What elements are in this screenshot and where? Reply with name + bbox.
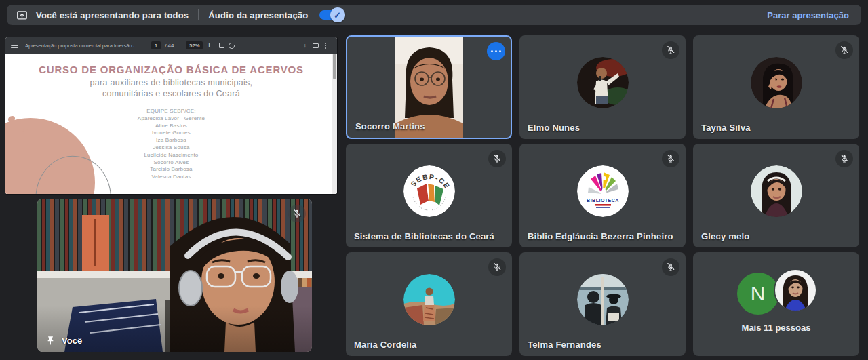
overflow-count-label: Mais 11 pessoas	[693, 323, 859, 333]
tayna-silva-avatar	[751, 57, 802, 108]
participant-tile-telma-fernandes[interactable]: Telma Fernandes	[519, 252, 686, 356]
svg-text:BIBLIOTECA: BIBLIOTECA	[587, 198, 619, 203]
mic-muted-icon	[488, 258, 506, 276]
mic-muted-icon	[835, 150, 853, 167]
fit-page-icon[interactable]	[219, 43, 224, 48]
self-name: Você	[62, 336, 82, 346]
self-view-label: Você	[45, 336, 82, 346]
zoom-level-value: 52%	[186, 41, 203, 49]
overflow-avatars: N	[737, 273, 816, 315]
overflow-participants-tile[interactable]: N Mais 11 pessoas	[693, 252, 859, 356]
presentation-top-bar: Você está apresentando para todos Áudio …	[7, 5, 861, 25]
zoom-out-button[interactable]: −	[178, 42, 182, 49]
sebp-ce-logo: SEBP-CE	[403, 165, 455, 217]
zoom-in-button[interactable]: +	[207, 42, 211, 49]
self-view-tile[interactable]: Você	[37, 199, 312, 352]
slide-title: CURSO DE ORGANIZAÇÃO BÁSICA DE ACERVOS	[5, 64, 337, 75]
shared-presentation-window: Apresentação proposta comercial para ime…	[5, 37, 337, 194]
page-number-input[interactable]: 1	[151, 41, 161, 49]
rotate-icon[interactable]	[227, 41, 236, 50]
pdf-scrollbar-thumb[interactable]	[333, 54, 336, 79]
mic-muted-icon	[662, 150, 679, 167]
participant-name: Tayná Silva	[701, 123, 751, 133]
team-member: Aparecida Lavor - Gerente	[5, 115, 337, 123]
divider	[198, 9, 199, 20]
self-mic-muted-icon	[288, 205, 306, 222]
pdf-scrollbar[interactable]	[332, 54, 337, 194]
pdf-document-title: Apresentação proposta comercial para ime…	[25, 43, 134, 49]
download-icon[interactable]: ↓	[304, 42, 307, 49]
slide-subtitle-line2: comunitárias e escolares do Ceará	[5, 88, 337, 99]
print-icon[interactable]	[313, 43, 319, 48]
participant-tile-socorro-martins[interactable]: Socorro Martins	[346, 35, 512, 139]
stop-presenting-button[interactable]: Parar apresentação	[767, 10, 849, 20]
participant-name: Socorro Martins	[355, 121, 425, 132]
participant-tile-elmo-nunes[interactable]: Elmo Nunes	[519, 35, 686, 139]
pdf-viewer-toolbar: Apresentação proposta comercial para ime…	[5, 37, 337, 54]
slide-subtitle: para auxiliares de bibliotecas municipai…	[5, 77, 337, 99]
presentation-audio-label: Áudio da apresentação	[208, 10, 308, 20]
participant-name: Sistema de Bibliotecas do Ceará	[354, 231, 494, 241]
pdf-toolbar-right-actions: ↓	[304, 42, 327, 49]
team-heading: EQUIPE SEBP/CE:	[5, 108, 337, 115]
menu-icon[interactable]	[11, 43, 18, 49]
maria-cordelia-avatar	[403, 274, 455, 325]
mic-muted-icon	[488, 150, 506, 167]
participant-name: Biblio Edgláucia Bezerra Pinheiro	[528, 231, 673, 241]
pdf-page-zoom-controls: 1 / 44 − 52% +	[151, 41, 235, 49]
participant-name: Telma Fernandes	[528, 340, 601, 350]
telma-fernandes-avatar	[577, 274, 629, 325]
presentation-audio-toggle[interactable]: ✓	[319, 10, 342, 20]
participants-grid: Socorro Martins Elmo Nunes	[346, 35, 859, 356]
participant-tile-maria-cordelia[interactable]: Maria Cordelia	[346, 252, 512, 356]
more-options-icon[interactable]	[325, 43, 326, 49]
mic-muted-icon	[662, 258, 679, 276]
slide-subtitle-line1: para auxiliares de bibliotecas municipai…	[5, 77, 337, 88]
toggle-check-icon: ✓	[330, 7, 345, 22]
glecy-melo-avatar	[751, 165, 802, 217]
overflow-letter-avatar: N	[737, 273, 779, 315]
biblioteca-logo: BIBLIOTECA	[577, 165, 629, 217]
elmo-nunes-avatar	[577, 57, 629, 108]
participant-tile-sistema-bibliotecas[interactable]: SEBP-CE Sistema de Bibliotecas do Ceará	[346, 144, 512, 247]
present-to-all-icon	[16, 9, 28, 21]
overflow-photo-avatar	[775, 270, 816, 311]
participant-name: Glecy melo	[701, 231, 749, 241]
pin-icon	[45, 336, 56, 346]
participant-tile-tayna-silva[interactable]: Tayná Silva	[693, 35, 859, 139]
slide-decorative-line-right	[295, 123, 326, 123]
presenting-status-text: Você está apresentando para todos	[36, 10, 189, 20]
tile-options-button[interactable]	[487, 42, 505, 60]
slide-page: CURSO DE ORGANIZAÇÃO BÁSICA DE ACERVOS p…	[5, 54, 337, 194]
mic-muted-icon	[835, 41, 853, 59]
participant-name: Maria Cordelia	[354, 340, 416, 350]
page-total-label: / 44	[165, 43, 174, 49]
participant-name: Elmo Nunes	[528, 123, 580, 133]
self-webcam-scene	[37, 199, 312, 352]
participant-tile-glecy-melo[interactable]: Glecy melo	[693, 144, 859, 247]
mic-muted-icon	[662, 41, 679, 59]
participant-tile-biblio-edglaucia[interactable]: BIBLIOTECA Biblio Edgláucia Bezerra Pinh…	[519, 144, 686, 247]
